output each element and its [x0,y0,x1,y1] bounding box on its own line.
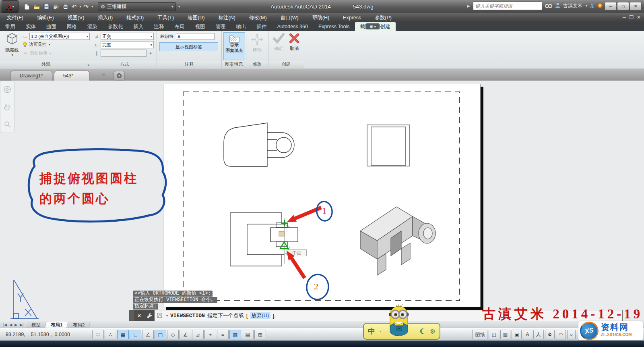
status-toggle-button[interactable]: ⊞ [254,330,266,339]
toolbar-overflow-icon[interactable]: ▾ [178,5,180,8]
section-type-combo[interactable]: 正交 ▾ [101,33,154,40]
status-toggle-button[interactable]: + [204,330,216,339]
file-tab[interactable]: 543* [54,71,90,81]
close-button[interactable]: ✕ [630,2,642,10]
ribbon-tab[interactable]: Express Tools [313,22,355,31]
workspace-switcher[interactable]: ⚙ 三维建模 ▾ [98,2,176,11]
depth-value-field[interactable] [101,50,147,57]
save-as-icon[interactable] [52,3,60,10]
status-toggle-button[interactable]: ⊿ [192,330,204,339]
menu-item[interactable]: 标注(N) [212,13,242,22]
ribbon-tab[interactable]: 布局 [169,22,190,31]
ribbon-tab[interactable]: 输出 [231,22,252,31]
status-toggle-button[interactable]: ▢ [155,330,166,339]
status-right-button[interactable]: 人 [533,330,544,339]
hidden-lines-button[interactable]: 隐藏线 ▾ [3,32,21,57]
redo-dropdown-icon[interactable]: ▾ [91,5,93,8]
status-toggle-button[interactable]: ▤ [242,330,254,339]
cancel-button[interactable]: 取消 [289,33,300,61]
status-toggle-button[interactable]: ∟ [130,330,141,339]
undo-dropdown-icon[interactable]: ▾ [80,5,81,8]
ime-punctuation-icon[interactable]: · [379,328,381,335]
ime-gear-icon[interactable]: ⚙ [430,328,436,335]
ribbon-tab[interactable]: 网格 [62,22,82,31]
ribbon-tab[interactable]: 插件 [252,22,272,31]
status-right-button[interactable]: ⚙ [545,330,555,339]
menu-item[interactable]: 窗口(W) [274,13,305,22]
binoculars-icon[interactable] [545,2,552,9]
ribbon-tab[interactable]: Autodesk 360 [272,22,313,31]
status-toggle-button[interactable]: ∠ [142,330,154,339]
status-toggle-button[interactable]: ∷ [92,330,104,339]
menu-item[interactable]: Express [336,13,368,22]
application-menu-button[interactable]: A ▾ [2,0,19,13]
status-right-button[interactable]: ▥ [500,330,510,339]
layout-tab-nav[interactable]: |◀◀▶▶| [0,323,27,327]
scale-combo[interactable]: 1:2 (来自父视图(F)) ▾ [29,33,90,40]
command-bar-close-icon[interactable]: ✕ [134,310,144,321]
menu-item[interactable]: 工具(T) [151,13,181,22]
new-drawing-tab-button[interactable] [114,71,125,81]
menu-item[interactable]: 文件(F) [0,13,30,22]
identifier-input[interactable] [176,33,215,40]
customize-wrench-icon[interactable] [144,310,155,321]
edge-visibility-button[interactable]: 边可见性 ▾ [23,42,50,48]
status-toggle-button[interactable]: ∴ [105,330,116,339]
exchange-apps-icon[interactable]: X [590,2,594,9]
menu-item[interactable]: 编辑(E) [30,13,61,22]
ribbon-tab[interactable]: 管理 [211,22,231,31]
menu-item[interactable]: 格式(O) [120,13,151,22]
ribbon-tab[interactable]: 实体 [21,22,41,31]
menu-item[interactable]: 绘图(D) [181,13,211,22]
ribbon-tab[interactable]: 曲面 [41,22,62,31]
maximize-button[interactable]: □ [617,2,629,10]
open-folder-icon[interactable] [33,3,40,10]
menu-item[interactable]: 插入(I) [91,13,120,22]
file-tab[interactable]: Drawing1* [10,71,52,81]
menu-item[interactable]: 参数(P) [368,13,398,22]
status-right-button[interactable]: ▣ [512,330,522,339]
plot-printer-icon[interactable] [62,3,69,10]
new-file-icon[interactable] [23,3,31,10]
command-bar-grip[interactable]: ∷ [129,310,134,321]
show-hatch-button[interactable]: 显示 图案填充 [223,32,245,60]
layout-tab[interactable]: 模型 [26,322,47,328]
chevron-down-icon[interactable]: ▾ [166,314,168,318]
search-input[interactable] [473,2,542,10]
undo-icon[interactable]: ↶ [72,3,77,10]
ribbon-tab[interactable]: 渲染 [82,22,103,31]
redo-icon[interactable]: ↷ [84,3,89,10]
doc-restore-icon[interactable]: ❐ [629,15,634,20]
ribbon-tab[interactable]: 插入 [128,22,149,31]
show-view-label-button[interactable]: 显示视图标签 [159,42,218,51]
status-toggle-button[interactable]: ∡ [180,330,191,339]
status-right-button[interactable]: ○ [567,330,576,339]
layout-tab[interactable]: 布局2 [67,322,91,328]
doc-minimize-icon[interactable]: ─ [623,15,626,20]
status-toggle-button[interactable]: ▨ [229,330,241,339]
status-right-button[interactable]: ◠ [556,330,566,339]
ribbon-tab[interactable]: 参数化 [103,22,128,31]
menu-item[interactable]: 帮助(H) [305,13,336,22]
command-option-undo[interactable]: 放弃(U) [250,312,270,319]
autodesk360-icon[interactable] [597,2,603,10]
drawing-canvas[interactable]: 中点 捕捉俯视图圆柱 的两个圆心 1 2 [0,81,644,341]
status-right-button[interactable]: A [523,330,532,339]
ribbon-tab[interactable]: 注释 [149,22,169,31]
ribbon-tab[interactable]: 常用 [0,22,21,31]
status-toggle-button[interactable]: ▦ [117,330,129,339]
save-icon[interactable] [43,3,50,10]
file-tab-close-icon[interactable]: ✕ [101,72,106,78]
ime-language-indicator[interactable]: 中 [368,326,375,336]
status-toggle-button[interactable]: ◇ [167,330,179,339]
paper-model-toggle[interactable]: 图纸 [472,330,487,339]
menu-item[interactable]: 修改(M) [242,13,274,22]
menu-item[interactable]: 视图(V) [61,13,91,22]
chevron-down-icon[interactable]: ▾ [586,4,587,8]
depth-combo[interactable]: 完整 ▾ [101,41,154,48]
layout-nav-arrow-icon[interactable]: ▶ [14,323,17,327]
dialog-launcher-icon[interactable]: ↘ [87,62,90,66]
status-toggle-button[interactable]: ≡ [217,330,229,339]
pick-point-icon[interactable]: ⌖ [148,50,153,56]
signed-in-user[interactable]: 古滇艾米 [563,2,582,9]
